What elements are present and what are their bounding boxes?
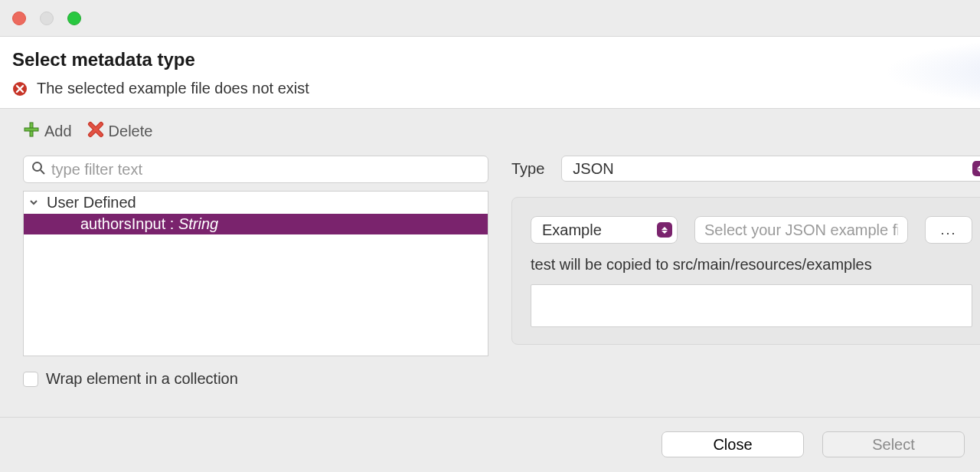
select-arrows-icon bbox=[657, 222, 672, 238]
tree-item-name: authorsInput bbox=[80, 215, 165, 232]
close-button[interactable]: Close bbox=[662, 431, 804, 457]
toolbar: Add Delete bbox=[23, 121, 965, 142]
dialog-header: Select metadata type The selected exampl… bbox=[0, 37, 980, 109]
browse-button[interactable]: ... bbox=[925, 216, 972, 244]
error-message-text: The selected example file does not exist bbox=[37, 80, 309, 97]
dialog-body: Add Delete User Defined bbox=[0, 109, 980, 397]
tree-item-type: String bbox=[178, 215, 218, 232]
header-decoration bbox=[720, 37, 980, 108]
svg-rect-2 bbox=[24, 128, 38, 131]
window-controls bbox=[12, 11, 81, 25]
plus-icon bbox=[23, 121, 40, 142]
example-mode-value: Example bbox=[542, 221, 602, 239]
delete-button[interactable]: Delete bbox=[87, 121, 153, 142]
svg-line-4 bbox=[41, 170, 44, 174]
svg-point-3 bbox=[33, 162, 41, 171]
wrap-collection-label: Wrap element in a collection bbox=[46, 370, 238, 388]
wrap-collection-row: Wrap element in a collection bbox=[23, 370, 488, 388]
type-row: Type JSON bbox=[511, 156, 980, 182]
type-select-value: JSON bbox=[573, 160, 613, 178]
tree-item-authors-input[interactable]: authorsInput : String bbox=[24, 214, 488, 234]
select-button: Select bbox=[822, 431, 965, 457]
window-titlebar bbox=[0, 0, 980, 37]
error-icon bbox=[12, 81, 28, 97]
filter-input-wrapper[interactable] bbox=[23, 156, 488, 183]
example-hint: test will be copied to src/main/resource… bbox=[531, 256, 972, 274]
filter-input[interactable] bbox=[51, 161, 480, 179]
tree-group-label: User Defined bbox=[47, 194, 136, 211]
error-message-row: The selected example file does not exist bbox=[12, 80, 968, 97]
delete-x-icon bbox=[87, 121, 104, 142]
type-tree[interactable]: User Defined authorsInput : String bbox=[23, 191, 488, 356]
example-preview bbox=[531, 284, 972, 327]
type-label: Type bbox=[511, 160, 544, 178]
browse-button-label: ... bbox=[940, 222, 956, 238]
type-select[interactable]: JSON bbox=[561, 156, 980, 182]
window-close-button[interactable] bbox=[12, 11, 26, 25]
dialog-title: Select metadata type bbox=[12, 49, 968, 70]
add-button[interactable]: Add bbox=[23, 121, 72, 142]
example-mode-select[interactable]: Example bbox=[531, 216, 678, 244]
wrap-collection-checkbox[interactable] bbox=[23, 372, 38, 387]
select-arrows-icon bbox=[972, 161, 980, 176]
add-button-label: Add bbox=[44, 123, 72, 140]
search-icon bbox=[31, 161, 45, 178]
example-panel: Example ... test will be copied to src/m… bbox=[511, 197, 980, 345]
window-zoom-button[interactable] bbox=[67, 11, 81, 25]
example-file-input[interactable] bbox=[694, 216, 908, 244]
window-minimize-button bbox=[40, 11, 54, 25]
delete-button-label: Delete bbox=[109, 123, 153, 140]
tree-group-user-defined[interactable]: User Defined bbox=[24, 192, 488, 214]
chevron-down-icon bbox=[28, 194, 39, 211]
dialog-footer: Close Select bbox=[0, 417, 980, 472]
